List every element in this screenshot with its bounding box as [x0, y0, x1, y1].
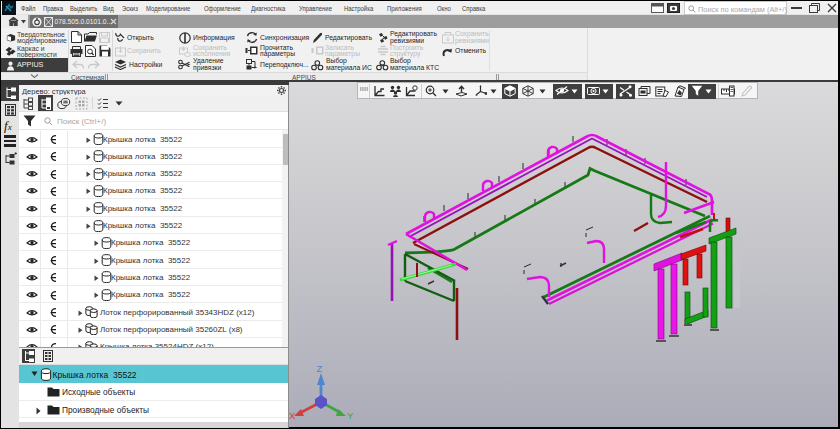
- svg-text:X: X: [289, 410, 296, 421]
- svg-text:Z: Z: [317, 363, 323, 374]
- svg-text:Y: Y: [347, 410, 354, 421]
